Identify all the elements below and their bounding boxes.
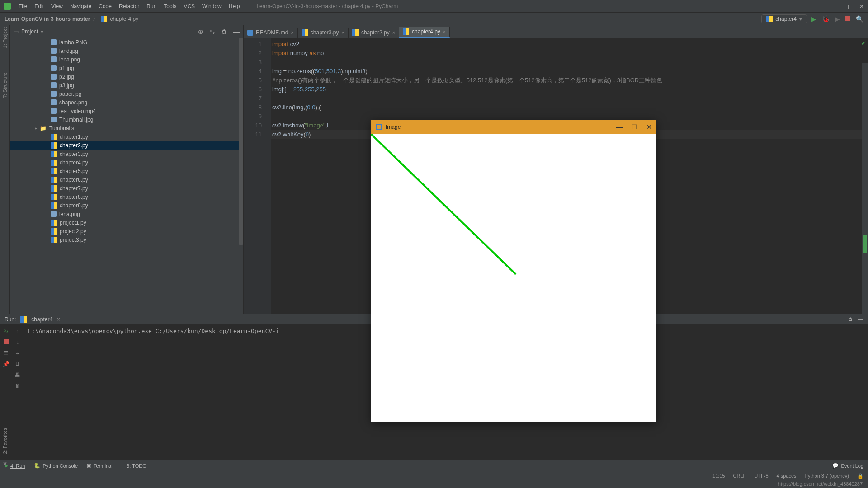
tool-event-log[interactable]: 💬 Event Log <box>832 463 863 469</box>
tree-item-paper-jpg[interactable]: paper.jpg <box>10 89 243 98</box>
close-icon[interactable]: × <box>392 30 395 35</box>
locate-icon[interactable]: ⊕ <box>198 28 203 35</box>
line-sep[interactable]: CRLF <box>733 473 746 479</box>
layout-icon[interactable]: ☰ <box>4 350 9 357</box>
tree-item-chapter8-py[interactable]: chapter8.py <box>10 192 243 201</box>
menu-run[interactable]: Run <box>143 2 160 10</box>
tree-item-lena-png[interactable]: lena.png <box>10 55 243 64</box>
tree-item-land-jpg[interactable]: land.jpg <box>10 47 243 55</box>
project-title[interactable]: Project <box>21 28 38 35</box>
tool-terminal[interactable]: ▣ Terminal <box>87 463 113 469</box>
tree-item-p1-jpg[interactable]: p1.jpg <box>10 64 243 72</box>
img-close-button[interactable]: ✕ <box>646 123 652 131</box>
menu-code[interactable]: Code <box>95 2 115 10</box>
tree-item-chapter6-py[interactable]: chapter6.py <box>10 175 243 184</box>
tree-item-thumbnail-jpg[interactable]: Thumbnail.jpg <box>10 115 243 124</box>
tree-item-tumbnails[interactable]: ▸📁Tumbnails <box>10 124 243 132</box>
img-minimize-button[interactable]: — <box>616 123 623 131</box>
pin-icon[interactable]: 📌 <box>3 361 9 367</box>
menu-refactor[interactable]: Refactor <box>116 2 142 10</box>
tree-item-project3-py[interactable]: project3.py <box>10 235 243 244</box>
tool-todo[interactable]: ≡ 6: TODO <box>122 463 146 469</box>
project-tree[interactable]: lambo.PNGland.jpglena.pngp1.jpgp2.jpgp3.… <box>10 38 243 314</box>
debug-button[interactable]: 🐞 <box>822 15 830 23</box>
tree-item-p3-jpg[interactable]: p3.jpg <box>10 81 243 89</box>
tab-chapter2-py[interactable]: chapter2.py× <box>349 28 399 38</box>
menu-edit[interactable]: Edit <box>31 2 47 10</box>
tree-item-project2-py[interactable]: project2.py <box>10 227 243 235</box>
bookmark-icon[interactable] <box>2 57 8 63</box>
menu-view[interactable]: View <box>48 2 66 10</box>
run-settings-icon[interactable]: ✿ <box>848 316 853 323</box>
menu-window[interactable]: Window <box>199 2 225 10</box>
opencv-image-window[interactable]: Image — ☐ ✕ <box>371 120 656 422</box>
image-window-titlebar[interactable]: Image — ☐ ✕ <box>371 120 656 134</box>
hide-icon[interactable]: — <box>233 28 240 35</box>
tree-item-chapter4-py[interactable]: chapter4.py <box>10 158 243 167</box>
tree-item-chapter2-py[interactable]: chapter2.py <box>10 141 243 150</box>
tab-chapter3-py[interactable]: chapter3.py× <box>298 28 349 38</box>
collapse-icon[interactable]: ⇆ <box>210 28 215 35</box>
close-icon[interactable]: × <box>342 30 344 35</box>
tool-project[interactable]: 1: Project <box>2 27 8 48</box>
menu-help[interactable]: Help <box>226 2 243 10</box>
tree-item-lena-png[interactable]: lena.png <box>10 210 243 218</box>
svg-rect-23 <box>54 220 57 226</box>
tab-readme-md[interactable]: README.md× <box>244 28 298 38</box>
stop-button[interactable] <box>845 15 850 23</box>
minimize-button[interactable]: — <box>827 3 833 10</box>
chevron-down-icon[interactable]: ▾ <box>41 28 43 35</box>
up-icon[interactable]: ↑ <box>16 328 19 335</box>
print-icon[interactable]: 🖶 <box>15 372 20 378</box>
rerun-button[interactable]: ↻ <box>4 328 8 335</box>
menu-file[interactable]: File <box>15 2 30 10</box>
close-tab-icon[interactable]: × <box>57 316 60 323</box>
star-icon[interactable]: ★ <box>3 460 8 466</box>
tree-item-chapter1-py[interactable]: chapter1.py <box>10 132 243 141</box>
tree-item-shapes-png[interactable]: shapes.png <box>10 98 243 107</box>
inspection-ok-icon[interactable]: ✔ <box>861 40 866 47</box>
run-button[interactable]: ▶ <box>811 15 816 23</box>
run-tab-name[interactable]: chapter4 <box>31 316 52 323</box>
menu-tools[interactable]: Tools <box>160 2 179 10</box>
menu-navigate[interactable]: Navigate <box>67 2 94 10</box>
down-icon[interactable]: ↓ <box>16 339 19 346</box>
tree-item-chapter3-py[interactable]: chapter3.py <box>10 150 243 158</box>
stop-run-button[interactable] <box>4 339 9 346</box>
lock-icon[interactable]: 🔒 <box>857 473 863 479</box>
close-button[interactable]: ✕ <box>859 3 864 10</box>
indent[interactable]: 4 spaces <box>777 473 797 479</box>
tool-python-console[interactable]: 🐍 Python Console <box>34 463 78 469</box>
search-button[interactable]: 🔍 <box>856 15 863 23</box>
breadcrumb-file[interactable]: chapter4.py <box>110 16 138 22</box>
run-hide-icon[interactable]: — <box>858 316 863 323</box>
wrap-icon[interactable]: ⤶ <box>15 350 20 357</box>
tree-item-chapter9-py[interactable]: chapter9.py <box>10 201 243 210</box>
encoding[interactable]: UTF-8 <box>754 473 768 479</box>
right-marker-bar[interactable] <box>862 63 868 314</box>
close-icon[interactable]: × <box>443 29 446 34</box>
run-config-selector[interactable]: chapter4 ▾ <box>761 14 807 23</box>
tree-item-test_video-mp4[interactable]: test_video.mp4 <box>10 107 243 115</box>
menu-vcs[interactable]: VCS <box>180 2 198 10</box>
maximize-button[interactable]: ▢ <box>843 3 849 10</box>
tree-item-lambo-png[interactable]: lambo.PNG <box>10 38 243 47</box>
scrollbar[interactable] <box>239 38 243 245</box>
caret-position[interactable]: 11:15 <box>712 473 725 479</box>
tree-item-chapter5-py[interactable]: chapter5.py <box>10 167 243 175</box>
scroll-icon[interactable]: ⇊ <box>15 361 20 367</box>
python-interpreter[interactable]: Python 3.7 (opencv) <box>805 473 849 479</box>
marker[interactable] <box>863 235 867 253</box>
tree-item-project1-py[interactable]: project1.py <box>10 218 243 227</box>
tool-structure[interactable]: 7: Structure <box>2 72 8 98</box>
trash-icon[interactable]: 🗑 <box>15 383 20 389</box>
tree-item-chapter7-py[interactable]: chapter7.py <box>10 184 243 192</box>
close-icon[interactable]: × <box>291 30 293 35</box>
tool-favorites[interactable]: 2: Favorites <box>2 428 8 454</box>
breadcrumb-root[interactable]: Learn-OpenCV-in-3-hours-master <box>5 16 90 22</box>
img-maximize-button[interactable]: ☐ <box>632 123 637 131</box>
settings-icon[interactable]: ✿ <box>222 28 227 35</box>
tab-chapter4-py[interactable]: chapter4.py× <box>399 27 450 38</box>
coverage-button[interactable]: ▶ <box>835 15 840 23</box>
tree-item-p2-jpg[interactable]: p2.jpg <box>10 72 243 81</box>
